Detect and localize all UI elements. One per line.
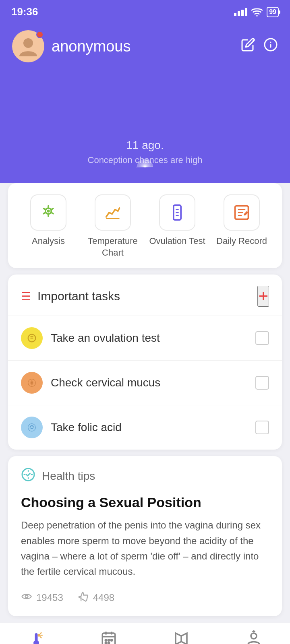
daily-record-icon	[233, 204, 251, 221]
svg-line-46	[44, 208, 46, 210]
task-2-text: Check cervical mucus	[51, 376, 247, 389]
task-mucus-icon	[21, 372, 43, 394]
cycle-gauge: // We'll draw ticks via CSS/inline appro…	[52, 74, 238, 171]
analysis-icon	[39, 204, 57, 221]
notification-dot	[36, 31, 44, 38]
svg-line-42	[145, 167, 153, 167]
signal-icon	[234, 8, 247, 16]
tasks-header-left: ☰ Important tasks	[21, 289, 120, 303]
cycle-status-svg: Conception chances are high	[88, 155, 203, 165]
knowledge-nav-icon	[173, 630, 190, 644]
svg-point-1	[23, 38, 33, 48]
svg-line-73	[40, 632, 42, 634]
svg-point-83	[108, 642, 110, 644]
tasks-add-button[interactable]: +	[257, 286, 269, 307]
views-count: 19453	[36, 592, 63, 603]
ovulation-test-icon-box	[159, 194, 195, 231]
edit-icon[interactable]	[241, 37, 255, 55]
header: anonymous	[0, 22, 290, 70]
temperature-chart-icon-box	[95, 194, 131, 231]
status-bar: 19:36 99	[0, 0, 290, 22]
status-time: 19:36	[11, 6, 38, 18]
action-ovulation-test[interactable]: Ovulation Test	[149, 194, 205, 258]
content-area: Analysis TemperatureChart Ovulation Te	[0, 183, 290, 616]
tasks-list-icon: ☰	[21, 290, 31, 303]
svg-point-80	[108, 640, 110, 641]
svg-point-64	[31, 382, 33, 384]
bottom-nav: Temperature Calendar Knowledge	[0, 623, 290, 644]
ovulation-test-label: Ovulation Test	[149, 235, 205, 247]
task-1-text: Take an ovulation test	[51, 332, 247, 345]
svg-line-48	[44, 213, 46, 214]
nav-temperature[interactable]: Temperature	[4, 630, 68, 644]
username[interactable]: anonymous	[52, 38, 130, 55]
status-icons: 99	[234, 7, 279, 17]
views-icon	[21, 591, 32, 605]
svg-point-81	[111, 640, 112, 641]
task-1-checkbox[interactable]	[255, 331, 269, 345]
svg-point-65	[28, 424, 36, 431]
wifi-icon	[251, 8, 263, 17]
task-item: Take an ovulation test	[8, 316, 282, 361]
nav-knowledge[interactable]: Knowledge	[149, 630, 213, 644]
info-icon[interactable]	[263, 37, 278, 55]
cycle-section: // We'll draw ticks via CSS/inline appro…	[0, 70, 290, 183]
svg-point-85	[251, 633, 257, 639]
health-tips-title: Health tips	[42, 470, 95, 483]
battery-icon: 99	[267, 7, 279, 17]
task-item: Check cervical mucus	[8, 361, 282, 405]
analysis-label: Analysis	[32, 235, 65, 247]
health-article-body: Deep penetration of the penis into the v…	[21, 518, 269, 580]
ovulation-test-icon	[168, 204, 186, 221]
action-temperature-chart[interactable]: TemperatureChart	[85, 194, 141, 258]
health-tips-section: Health tips Choosing a Sexual Position D…	[8, 456, 282, 616]
task-item: Take folic acid	[8, 405, 282, 450]
analysis-icon-box	[30, 194, 66, 231]
tasks-title: Important tasks	[37, 289, 120, 303]
temperature-nav-icon	[28, 630, 45, 644]
nav-me[interactable]: Me	[222, 630, 286, 644]
svg-line-47	[51, 213, 53, 214]
health-tips-icon	[21, 467, 35, 485]
svg-point-79	[105, 640, 107, 641]
header-left: anonymous	[12, 30, 130, 62]
temperature-chart-label: TemperatureChart	[88, 235, 138, 258]
action-daily-record[interactable]: Daily Record	[213, 194, 270, 258]
svg-point-71	[38, 634, 41, 637]
task-3-checkbox[interactable]	[255, 421, 269, 434]
me-nav-icon	[245, 630, 262, 644]
health-tips-header: Health tips	[21, 467, 269, 485]
svg-line-74	[40, 637, 42, 638]
cycle-days-svg: 11 ago.	[126, 139, 164, 151]
daily-record-icon-box	[224, 194, 260, 231]
svg-point-82	[105, 642, 107, 644]
calendar-nav-icon	[100, 630, 117, 644]
tasks-header: ☰ Important tasks +	[8, 275, 282, 316]
task-folic-icon	[21, 417, 43, 438]
svg-point-67	[25, 595, 28, 598]
task-2-checkbox[interactable]	[255, 376, 269, 390]
svg-rect-70	[35, 634, 37, 641]
svg-line-49	[51, 208, 53, 210]
avatar-container[interactable]	[12, 30, 44, 62]
task-ovulation-icon	[21, 327, 43, 349]
daily-record-label: Daily Record	[216, 235, 267, 247]
likes-count: 4498	[93, 592, 114, 603]
cycle-svg: // We'll draw ticks via CSS/inline appro…	[52, 74, 238, 171]
svg-point-50	[47, 210, 50, 213]
nav-calendar[interactable]: Calendar	[77, 630, 141, 644]
health-stats: 19453 4498	[21, 591, 269, 605]
health-views: 19453	[21, 591, 63, 605]
header-actions	[241, 37, 278, 55]
temperature-chart-icon	[104, 204, 122, 221]
quick-actions: Analysis TemperatureChart Ovulation Te	[8, 183, 282, 268]
avatar-image	[16, 34, 40, 58]
tasks-section: ☰ Important tasks + Take an ovulation te…	[8, 275, 282, 450]
health-likes: 4498	[78, 591, 114, 605]
health-article-title: Choosing a Sexual Position	[21, 495, 269, 510]
task-3-text: Take folic acid	[51, 421, 247, 434]
action-analysis[interactable]: Analysis	[20, 194, 77, 258]
svg-line-2	[253, 40, 254, 41]
likes-icon	[78, 591, 89, 605]
svg-point-0	[256, 15, 258, 16]
